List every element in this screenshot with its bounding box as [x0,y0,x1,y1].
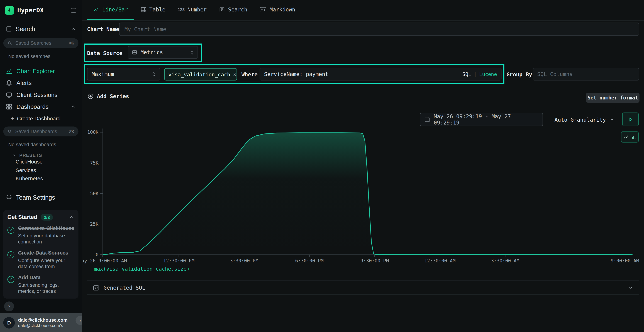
sidebar-item-client-sessions[interactable]: Client Sessions [0,89,82,101]
checklist-desc: Start sending logs, metrics, or traces [18,282,74,294]
remove-metric-icon[interactable]: × [233,71,236,77]
saved-searches-input[interactable]: Saved Searches ⌘K [3,38,78,48]
checklist-item-data-sources[interactable]: ✓ Create Data Sources Configure where yo… [7,250,74,270]
sidebar-collapse-icon[interactable] [70,7,77,14]
calendar-icon [424,117,430,122]
checklist-item-connect[interactable]: ✓ Connect to ClickHouse Set up your data… [7,225,74,245]
svg-text:9:30:00 PM: 9:30:00 PM [360,258,389,264]
tab-markdown[interactable]: Markdown [254,0,302,20]
line-chart-icon [93,6,99,13]
check-circle-icon: ✓ [7,251,14,258]
metric-chip[interactable]: visa_validation_cach × [164,68,237,80]
sidebar-nav: Chart Explorer Alerts Client Sessions Da… [0,65,82,201]
no-saved-searches-text: No saved searches [0,53,82,59]
help-button[interactable]: ? [4,302,14,311]
tab-search[interactable]: Search [213,0,254,20]
code-icon [93,284,100,291]
sidebar-item-alerts[interactable]: Alerts [0,77,82,89]
sidebar-item-label: Dashboards [16,103,49,110]
group-by-input[interactable] [537,71,634,77]
avatar: D [3,317,15,328]
svg-text:25K: 25K [90,221,98,227]
generated-sql-toggle[interactable]: Generated SQL [87,280,639,295]
bell-icon [6,80,12,86]
tab-label: Table [149,6,166,13]
where-input[interactable] [264,71,462,77]
checklist-title: Add Data [18,274,74,281]
play-icon [628,117,633,122]
legend-swatch: — [88,266,91,272]
saved-searches-shortcut: ⌘K [69,40,74,46]
presets-label: PRESETS [19,153,42,158]
chevron-down-icon [628,285,633,290]
saved-searches-placeholder: Saved Searches [15,40,51,46]
check-circle-icon: ✓ [7,226,14,234]
aggregation-select[interactable]: Maximum [87,68,160,80]
create-dashboard-label: Create Dashboard [17,115,61,121]
brand-row: HyperDX [0,0,82,15]
legend-label: max(visa_validation_cache.size) [94,266,190,272]
svg-text:75K: 75K [90,160,98,166]
chevron-up-icon[interactable] [71,104,76,109]
number-123-icon: 123 [178,7,184,12]
checklist-desc: Set up your database connection [18,233,74,245]
preset-item-clickhouse[interactable]: ClickHouse [0,158,82,166]
chart-legend[interactable]: — max(visa_validation_cache.size) [88,266,190,272]
plus-icon: + [11,115,14,122]
chart-name-field [119,22,639,36]
tab-table[interactable]: Table [134,0,172,20]
select-chevrons-icon [152,71,156,78]
checklist-title: Connect to ClickHouse [18,225,74,232]
set-number-format-button[interactable]: Set number format [586,93,639,103]
sidebar: HyperDX Search Saved Searches ⌘K No save… [0,0,82,332]
get-started-header[interactable]: Get Started 3/3 [7,214,74,220]
tab-line-bar[interactable]: Line/Bar [87,0,134,20]
check-circle-icon: ✓ [7,276,14,283]
search-list-icon [219,6,225,13]
sql-mode-toggle[interactable]: SQL [462,71,471,77]
checklist-title: Create Data Sources [18,250,74,256]
table-icon [140,6,146,13]
checklist-item-add-data[interactable]: ✓ Add Data Start sending logs, metrics, … [7,274,74,294]
search-icon [7,40,12,46]
presets-header[interactable]: PRESETS [0,153,82,158]
tab-number[interactable]: 123 Number [172,0,213,20]
lucene-mode-toggle[interactable]: Lucene [479,71,497,77]
create-dashboard-button[interactable]: + Create Dashboard [0,112,82,124]
add-series-button[interactable]: Add Series [88,93,129,99]
chevron-up-icon[interactable] [71,26,76,32]
select-chevrons-icon [190,49,194,56]
group-by-field [533,68,639,80]
chevron-up-icon[interactable] [69,214,74,220]
dashboard-grid-icon [6,103,12,110]
svg-text:100K: 100K [87,129,98,135]
user-menu[interactable]: D dale@clickhouse.com dale@clickhouse.co… [0,314,82,332]
timeseries-chart[interactable]: 025K50K75K100KMay 26 9:00:00 AM12:30:00 … [82,123,644,267]
sidebar-section-search[interactable]: Search [0,26,82,32]
sidebar-item-team-settings[interactable]: Team Settings [0,194,82,201]
sidebar-item-label: Chart Explorer [16,68,55,74]
preset-item-services[interactable]: Services [0,166,82,174]
saved-dashboards-input[interactable]: Saved Dashboards ⌘K [3,126,78,136]
chart-name-input[interactable] [124,26,634,32]
mode-divider: | [474,71,477,77]
chevron-down-icon [12,153,16,157]
svg-text:May 26 9:00:00 AM: May 26 9:00:00 AM [82,258,127,264]
where-field: SQL | Lucene [260,68,502,80]
add-series-label: Add Series [97,93,129,99]
sidebar-item-chart-explorer[interactable]: Chart Explorer [0,65,82,77]
data-source-select[interactable]: Metrics [128,46,198,59]
get-started-title: Get Started [7,214,37,220]
svg-text:6:30:00 PM: 6:30:00 PM [295,258,324,264]
where-label: Where [242,71,258,78]
metrics-icon [132,50,137,55]
sidebar-item-dashboards[interactable]: Dashboards [0,101,82,113]
get-started-card: Get Started 3/3 ✓ Connect to ClickHouse … [3,210,78,298]
preset-item-kubernetes[interactable]: Kubernetes [0,174,82,183]
chart-name-label: Chart Name [87,26,119,32]
hyperdx-logo-icon[interactable] [5,6,14,15]
saved-dashboards-shortcut: ⌘K [69,129,74,134]
aggregation-value: Maximum [92,71,114,77]
tab-label: Line/Bar [102,6,128,13]
tab-label: Number [188,6,207,13]
